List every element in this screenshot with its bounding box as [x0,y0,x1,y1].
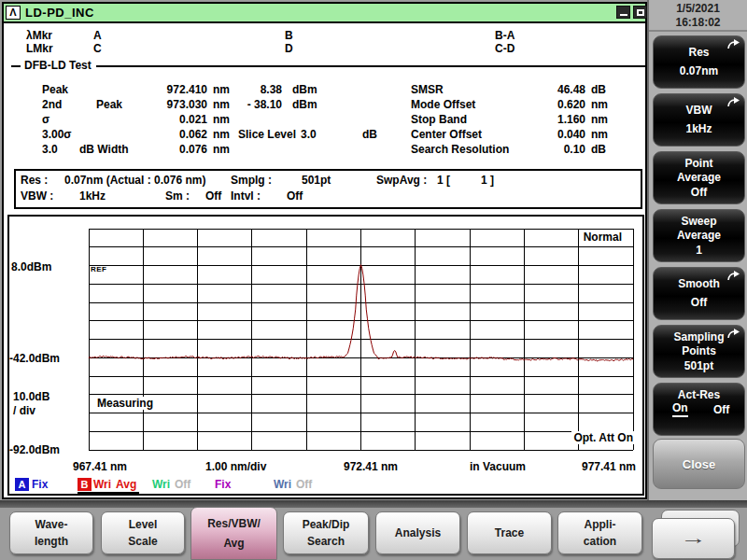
tab-label: Avg [223,537,244,550]
level-scale-unit: / div [13,404,35,417]
result-value: 1.160 [508,113,585,126]
minimize-button[interactable] [616,6,630,19]
softkey-line: Sampling [673,331,724,343]
result-value: 46.48 [508,83,585,96]
marker-a-label: A [93,29,102,42]
softkey-line: 1 [696,245,702,257]
close-button[interactable]: Close [653,439,745,489]
x-axis-div-label: 1.00 nm/div [205,460,266,473]
softkey-line: Sweep [681,216,716,228]
marker-cd-label: C-D [495,42,514,55]
sweep-average-label: SwpAvg : [376,174,427,187]
tab-wavelength[interactable]: Wave- length [9,511,93,554]
result-wavelength: 0.076 [131,143,207,156]
result-label: Mode Offset [411,98,475,111]
result-label: 2nd [42,98,62,111]
active-trace-underline [78,492,139,494]
interval-label: Intvl : [231,189,261,203]
softkey-sweep-average[interactable]: Sweep Average 1 [653,209,745,262]
softkey-line: Average [677,230,721,242]
x-axis-start-label: 967.41 nm [73,460,127,473]
more-tabs-front-layer: → [652,518,735,559]
more-tabs-button[interactable]: → [651,509,740,560]
close-label: Close [683,457,715,471]
softkey-smooth[interactable]: Smooth Off [653,267,745,320]
result-unit: nm [591,113,608,126]
tab-application[interactable]: Appli- cation [557,511,642,554]
softkey-line: Average [677,172,721,184]
trace-a-mode[interactable]: Fix [32,478,48,491]
result-wavelength: 972.410 [131,83,207,96]
trace-e-state: Off [296,478,312,491]
result-unit: dB [591,83,606,96]
time-label: 16:18:02 [649,16,747,30]
trace-d-mode[interactable]: Fix [215,478,231,491]
softkey-point-average[interactable]: Point Average Off [653,151,745,204]
measuring-status: Measuring [95,397,155,410]
function-tab-bar: Wave- length Level Scale Res/VBW/ Avg Pe… [0,500,747,560]
softkey-res[interactable]: Res 0.07nm [653,35,745,89]
ref-level-label: 8.0dBm [11,260,51,273]
submenu-arrow-icon [726,328,740,339]
window-title: LD-PD_INC [25,6,94,20]
trace-e-mode[interactable]: Wri [274,478,291,491]
res-value: 0.07nm (Actual : 0.076 nm) [64,174,205,187]
tab-label: Search [307,535,345,548]
softkey-sampling-points[interactable]: Sampling Points 501pt [653,325,745,378]
trace-b-mode[interactable]: Wri [93,478,111,491]
result-label-2: Peak [96,98,122,111]
result-value: 0.620 [508,98,585,111]
trace-b-mode-2[interactable]: Avg [116,478,136,491]
analysis-section-title: DFB-LD Test [21,59,96,74]
maximize-button[interactable] [633,6,647,19]
sampling-label: Smplg : [231,174,272,187]
softkey-line: VBW [686,105,712,117]
res-label: Res : [21,174,48,187]
slice-level-label: Slice Level [238,128,296,141]
submenu-arrow-icon [726,270,740,281]
tab-analysis[interactable]: Analysis [375,511,460,554]
tab-trace[interactable]: Trace [467,511,552,554]
tab-level-scale[interactable]: Level Scale [101,511,185,554]
trace-c-state: Off [175,478,190,491]
sweep-mode-label: Normal [582,231,624,244]
level-marker-label: LMkr [26,42,53,55]
trace-b-button[interactable]: B [78,478,92,491]
result-level-unit: dBm [292,98,317,111]
trace-a-button[interactable]: A [15,478,29,491]
softkey-vbw[interactable]: VBW 1kHz [653,93,745,147]
tab-peak-dip-search[interactable]: Peak/Dip Search [283,511,369,554]
date-label: 1/5/2021 [649,2,747,16]
trace-c-mode[interactable]: Wri [152,478,170,491]
act-res-on-option[interactable]: On [672,401,688,417]
softkey-act-res[interactable]: Act-Res On Off [653,383,745,436]
tab-label: Analysis [395,526,441,539]
tab-label: Appli- [585,518,616,531]
softkey-line: Points [682,345,716,357]
main-panel: Λ LD-PD_INC λMkr A B B-A LMkr C D C-D DF… [2,2,647,499]
softkey-line: 1kHz [685,123,712,135]
tab-res-vbw-avg[interactable]: Res/VBW/ Avg [190,507,277,560]
slice-level-unit: dB [362,128,377,141]
result-level: - 38.10 [228,98,282,111]
softkey-line: Smooth [678,278,720,290]
mid-level-label: -42.0dBm [9,352,60,365]
spectrum-chart [9,217,642,494]
result-label: Search Resolution [411,143,509,156]
result-level-unit: dBm [292,83,317,96]
act-res-off-option[interactable]: Off [713,403,729,416]
softkey-sidebar: 1/5/2021 16:18:02 Res 0.07nm VBW 1kHz Po… [647,0,747,560]
vbw-label: VBW : [21,189,53,203]
result-label: Stop Band [411,113,467,126]
softkey-line: 0.07nm [680,65,718,77]
result-label: 3.00σ [42,128,72,141]
result-wavelength-unit: nm [213,113,230,126]
result-label: Peak [42,83,68,96]
result-label: σ [42,113,49,126]
result-wavelength-unit: nm [213,143,230,156]
marker-d-label: D [285,42,293,55]
wavelength-marker-label: λMkr [26,29,52,42]
result-unit: dB [591,143,606,156]
tab-label: Level [129,518,158,531]
spectrum-display: 8.0dBm -42.0dBm 10.0dB / div -92.0dBm RE… [7,215,644,496]
